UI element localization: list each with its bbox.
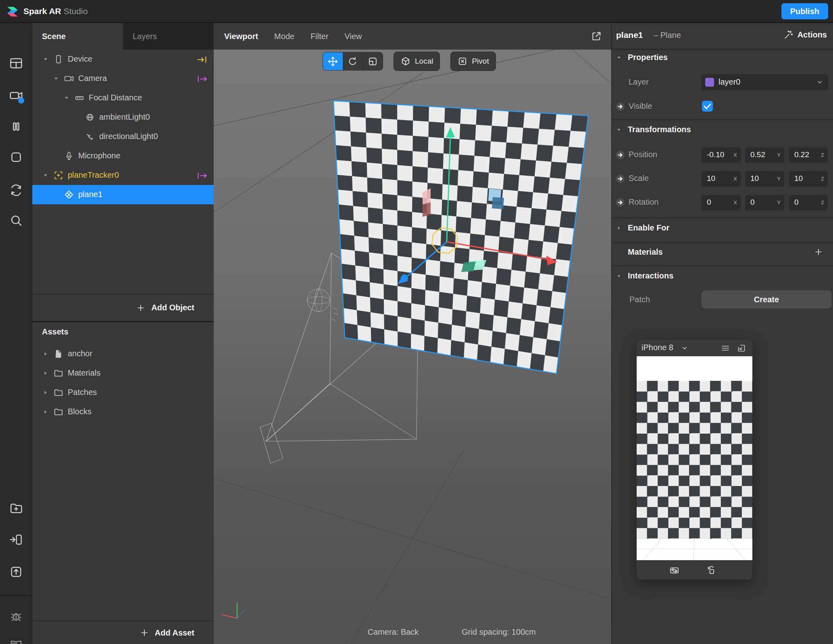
asset-item-Patches[interactable]: Patches [32, 383, 214, 402]
publish-button[interactable]: Publish [781, 3, 828, 19]
pivot-button[interactable]: Pivot [450, 52, 496, 71]
add-asset-button[interactable]: Add Asset [32, 621, 214, 644]
pause-icon[interactable] [9, 119, 23, 134]
tree-item-Microphone[interactable]: Microphone [32, 146, 214, 166]
arrow-to-bar-icon[interactable] [196, 54, 208, 66]
book-icon[interactable] [9, 638, 23, 644]
tree-item-Focal Distance[interactable]: Focal Distance [32, 88, 214, 108]
field-value: 0 [750, 198, 755, 207]
visible-checkbox[interactable] [702, 101, 713, 112]
tree-item-planeTracker0[interactable]: planeTracker0 [32, 166, 214, 185]
add-material-button[interactable] [814, 247, 823, 257]
patch-label: Patch [629, 295, 650, 304]
bar-to-arrow-icon[interactable] [196, 73, 208, 85]
scale-y-field[interactable]: 10Y [745, 171, 784, 187]
layer-color-swatch [705, 78, 714, 87]
grid-spacing-label: Grid spacing: 100cm [462, 627, 535, 637]
viewport-menu-filter[interactable]: Filter [310, 32, 328, 41]
local-button[interactable]: Local [394, 52, 440, 71]
folder-icon [53, 368, 64, 378]
position-z-field[interactable]: 0.22Z [789, 147, 828, 163]
divider [612, 265, 833, 266]
stop-square-icon[interactable] [9, 150, 23, 164]
rotate-tool-button[interactable] [343, 52, 362, 70]
chevron-down-icon [815, 78, 824, 87]
rotate-device-icon[interactable] [706, 565, 717, 575]
properties-section-header[interactable]: Properties [612, 51, 833, 65]
position-x-field[interactable]: -0.10X [702, 147, 741, 163]
tab-layers[interactable]: Layers [123, 23, 214, 50]
menu-icon[interactable] [721, 343, 730, 353]
tree-item-ambientLight0[interactable]: ambientLight0 [32, 108, 214, 127]
scale-z-field[interactable]: 10Z [789, 171, 828, 187]
chevron-right-icon[interactable] [42, 389, 49, 396]
arrow-circle-icon[interactable] [615, 150, 626, 160]
chevron-down-icon[interactable] [42, 172, 49, 179]
bar-to-arrow-icon[interactable] [196, 170, 208, 182]
materials-section-header: Materials [612, 246, 833, 260]
chevron-down-icon [616, 127, 622, 133]
tree-item-Device[interactable]: Device [32, 50, 214, 69]
videocam-record-icon[interactable] [9, 88, 23, 103]
asset-item-label: Blocks [68, 407, 92, 416]
scale-tool-button[interactable] [362, 52, 383, 70]
chevron-right-icon[interactable] [42, 350, 49, 357]
folder-icon [53, 387, 64, 398]
tree-item-directionalLight0[interactable]: directionalLight0 [32, 127, 214, 146]
enable-for-section-header[interactable]: Enable For [612, 222, 833, 235]
asset-item-Materials[interactable]: Materials [32, 364, 214, 383]
viewport-menu-view[interactable]: View [345, 32, 362, 41]
spark-ar-studio-window: Spark ARStudio Publish SceneLayers Devic… [0, 0, 833, 644]
chevron-right-icon[interactable] [42, 408, 49, 415]
interactions-section-header[interactable]: Interactions [612, 270, 833, 283]
field-value: 0 [707, 198, 711, 207]
flip-camera-icon[interactable] [669, 565, 680, 575]
chevron-down-icon[interactable] [52, 75, 60, 82]
field-value: 10 [750, 174, 759, 183]
actions-button[interactable]: Actions [783, 29, 827, 40]
asset-item-anchor[interactable]: anchor [32, 344, 214, 364]
tab-scene[interactable]: Scene [32, 23, 123, 50]
viewport-menu-mode[interactable]: Mode [274, 32, 294, 41]
plane-icon [64, 189, 74, 200]
chevron-down-icon[interactable] [63, 94, 70, 102]
rotation-y-field[interactable]: 0Y [745, 195, 784, 210]
viewport-menu-viewport[interactable]: Viewport [224, 32, 258, 41]
position-y-field[interactable]: 0.52Y [745, 147, 784, 163]
chevron-down-icon [616, 54, 622, 61]
device-selector[interactable]: iPhone 8 [641, 343, 673, 352]
arrow-circle-icon[interactable] [615, 173, 626, 184]
create-patch-button[interactable]: Create [702, 291, 831, 308]
arrow-circle-icon[interactable] [615, 101, 626, 112]
sync-icon[interactable] [9, 183, 23, 197]
magic-wand-icon [783, 29, 794, 40]
rotation-z-field[interactable]: 0Z [789, 195, 828, 210]
pop-out-viewport-icon[interactable] [590, 30, 602, 42]
scene-tabs: SceneLayers [32, 23, 214, 50]
search-icon[interactable] [9, 213, 23, 228]
axis-label: Z [821, 176, 824, 182]
send-to-device-icon[interactable] [9, 532, 23, 547]
arrow-circle-icon[interactable] [615, 197, 626, 208]
scale-x-field[interactable]: 10X [702, 171, 741, 187]
viewport[interactable]: ViewportModeFilterView LocalPivot Camera… [214, 23, 611, 644]
plus-icon [140, 628, 149, 638]
chevron-right-icon[interactable] [42, 370, 49, 377]
layer-dropdown[interactable]: layer0 [702, 74, 828, 90]
chevron-down-icon[interactable] [680, 344, 689, 353]
folder-plus-icon[interactable] [9, 501, 23, 515]
sidebar-divider [0, 595, 32, 596]
dock-window-icon[interactable] [737, 343, 746, 353]
layout-icon[interactable] [9, 56, 23, 71]
move-tool-button[interactable] [323, 52, 343, 70]
app-brand: Spark ARStudio [0, 5, 87, 17]
share-up-icon[interactable] [9, 565, 23, 579]
asset-item-Blocks[interactable]: Blocks [32, 402, 214, 422]
bug-icon[interactable] [9, 609, 23, 623]
chevron-down-icon[interactable] [42, 56, 49, 63]
transformations-section-header[interactable]: Transformations [612, 123, 833, 137]
add-object-button[interactable]: Add Object [32, 294, 214, 321]
tree-item-plane1[interactable]: plane1 [32, 185, 214, 204]
rotation-x-field[interactable]: 0X [702, 195, 741, 210]
tree-item-Camera[interactable]: Camera [32, 69, 214, 88]
